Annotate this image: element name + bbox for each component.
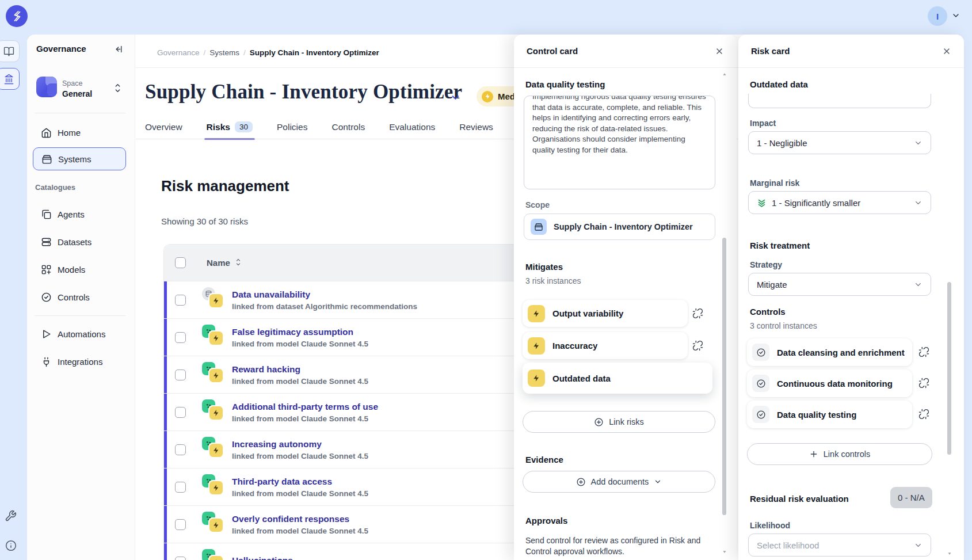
sidebar-item-label: Controls bbox=[58, 292, 90, 302]
app-logo[interactable] bbox=[6, 5, 28, 27]
clipped-select[interactable] bbox=[748, 94, 931, 108]
marginal-risk-select[interactable]: 1 - Significantly smaller bbox=[748, 191, 931, 214]
logo-squiggle-icon bbox=[10, 10, 23, 22]
row-checkbox[interactable] bbox=[175, 332, 186, 343]
sidebar-collapse-icon[interactable] bbox=[114, 44, 124, 56]
mitigated-risk-item[interactable]: Output variability bbox=[523, 300, 688, 327]
table-row[interactable]: Data unavailability linked from dataset … bbox=[164, 281, 543, 318]
sidebar-item-automations[interactable]: Automations bbox=[33, 322, 126, 345]
link-risks-button[interactable]: Link risks bbox=[523, 411, 715, 433]
link-controls-button[interactable]: Link controls bbox=[747, 443, 932, 465]
breadcrumb-governance[interactable]: Governance bbox=[157, 48, 200, 57]
risk-link[interactable]: Hallucinations bbox=[232, 555, 293, 560]
risk-lightning-icon bbox=[208, 330, 224, 346]
table-row[interactable]: Third-party data access linked from mode… bbox=[164, 468, 543, 505]
title-chevron-icon[interactable] bbox=[450, 92, 461, 105]
rail-knowledge-button[interactable] bbox=[0, 40, 20, 62]
table-row[interactable]: Reward hacking linked from model Claude … bbox=[164, 356, 543, 393]
tab-policies[interactable]: Policies bbox=[277, 114, 307, 140]
sort-icon[interactable] bbox=[235, 258, 242, 268]
control-card-close-icon[interactable] bbox=[715, 47, 724, 56]
row-checkbox[interactable] bbox=[175, 557, 186, 560]
strategy-select[interactable]: Mitigate bbox=[748, 273, 931, 296]
space-switcher[interactable] bbox=[113, 82, 122, 96]
risk-card-close-icon[interactable] bbox=[942, 47, 951, 56]
tab-risks[interactable]: Risks30 bbox=[207, 114, 253, 140]
sidebar-item-datasets[interactable]: Datasets bbox=[33, 230, 126, 253]
tab-overview[interactable]: Overview bbox=[145, 114, 182, 140]
control-item[interactable]: Data quality testing bbox=[747, 401, 912, 428]
scrollbar-thumb[interactable] bbox=[947, 282, 951, 455]
unlink-icon[interactable] bbox=[918, 346, 929, 360]
sidebar-item-label: Integrations bbox=[58, 357, 102, 367]
add-documents-button[interactable]: Add documents bbox=[523, 471, 715, 493]
tab-reviews[interactable]: Reviews bbox=[459, 114, 493, 140]
table-row[interactable]: False legitimacy assumption linked from … bbox=[164, 318, 543, 356]
scrollbar-down-arrow[interactable] bbox=[947, 548, 952, 559]
risk-icon-cluster bbox=[202, 399, 231, 425]
unlink-icon[interactable] bbox=[692, 308, 703, 321]
rail-governance-button[interactable] bbox=[0, 68, 20, 90]
risk-link[interactable]: Reward hacking bbox=[232, 364, 368, 375]
scrollbar-up-arrow[interactable] bbox=[722, 69, 727, 79]
sidebar-section-catalogues: Catalogues bbox=[35, 183, 75, 192]
chevron-down-icon bbox=[654, 478, 662, 486]
sidebar-item-home[interactable]: Home bbox=[33, 121, 126, 144]
risk-lightning-icon bbox=[208, 555, 224, 560]
mitigated-risk-item-selected[interactable]: Outdated data bbox=[523, 363, 712, 394]
control-description-textarea[interactable]: Implementing rigorous data quality testi… bbox=[524, 96, 715, 189]
chevron-down-icon bbox=[914, 199, 923, 207]
unlink-icon[interactable] bbox=[692, 340, 703, 353]
select-all-checkbox[interactable] bbox=[175, 257, 186, 268]
risk-link[interactable]: Increasing autonomy bbox=[232, 439, 368, 449]
tab-controls[interactable]: Controls bbox=[331, 114, 365, 140]
likelihood-select[interactable]: Select likelihood bbox=[748, 534, 931, 557]
column-header-name[interactable]: Name bbox=[207, 258, 230, 268]
risk-lightning-icon bbox=[528, 305, 545, 322]
sidebar-item-models[interactable]: Models bbox=[33, 258, 126, 281]
risk-link[interactable]: False legitimacy assumption bbox=[232, 327, 368, 337]
tools-icon bbox=[5, 510, 17, 522]
sidebar-item-agents[interactable]: Agents bbox=[33, 203, 126, 226]
risk-link[interactable]: Data unavailability bbox=[232, 289, 417, 300]
scrollbar-down-arrow[interactable] bbox=[722, 547, 727, 557]
risk-subtitle: linked from dataset Algorithmic recommen… bbox=[232, 302, 417, 311]
row-accent-bar bbox=[164, 468, 167, 505]
check-circle-icon bbox=[752, 375, 769, 392]
check-circle-icon bbox=[752, 406, 769, 423]
sidebar-item-controls[interactable]: Controls bbox=[33, 285, 126, 308]
impact-select[interactable]: 1 - Negligible bbox=[748, 131, 931, 154]
scope-item[interactable]: Supply Chain - Inventory Optimizer bbox=[524, 214, 715, 240]
sidebar-item-integrations[interactable]: Integrations bbox=[33, 350, 126, 373]
sidebar-item-label: Systems bbox=[58, 154, 92, 164]
control-item[interactable]: Continuous data monitoring bbox=[747, 369, 912, 397]
home-icon bbox=[41, 127, 52, 138]
table-row[interactable]: Additional third-party terms of use link… bbox=[164, 393, 543, 431]
row-checkbox[interactable] bbox=[175, 482, 186, 493]
tab-evaluations[interactable]: Evaluations bbox=[389, 114, 435, 140]
rail-info-button[interactable] bbox=[5, 540, 17, 554]
control-item[interactable]: Data cleansing and enrichment bbox=[747, 338, 912, 366]
breadcrumb-systems[interactable]: Systems bbox=[209, 48, 239, 57]
user-avatar[interactable]: I bbox=[928, 6, 947, 26]
table-row[interactable]: Overly confident responses linked from m… bbox=[164, 505, 543, 543]
rail-tools-button[interactable] bbox=[5, 510, 17, 524]
account-menu-chevron-icon[interactable] bbox=[951, 11, 960, 22]
unlink-icon[interactable] bbox=[918, 409, 929, 422]
sidebar-item-systems[interactable]: Systems bbox=[33, 147, 126, 170]
risk-link[interactable]: Additional third-party terms of use bbox=[232, 402, 378, 412]
row-checkbox[interactable] bbox=[175, 407, 186, 418]
mitigated-risk-item[interactable]: Inaccuracy bbox=[523, 332, 688, 359]
row-checkbox[interactable] bbox=[175, 295, 186, 306]
unlink-icon[interactable] bbox=[918, 378, 929, 391]
row-checkbox[interactable] bbox=[175, 519, 186, 530]
impact-label: Impact bbox=[750, 119, 776, 128]
table-row[interactable]: Increasing autonomy linked from model Cl… bbox=[164, 431, 543, 468]
row-checkbox[interactable] bbox=[175, 444, 186, 455]
table-row[interactable]: Hallucinations bbox=[164, 543, 543, 560]
risk-link[interactable]: Third-party data access bbox=[232, 477, 368, 487]
row-checkbox[interactable] bbox=[175, 369, 186, 380]
scrollbar-thumb[interactable] bbox=[722, 238, 726, 515]
risk-icon-cluster bbox=[202, 549, 231, 560]
risk-link[interactable]: Overly confident responses bbox=[232, 514, 368, 524]
